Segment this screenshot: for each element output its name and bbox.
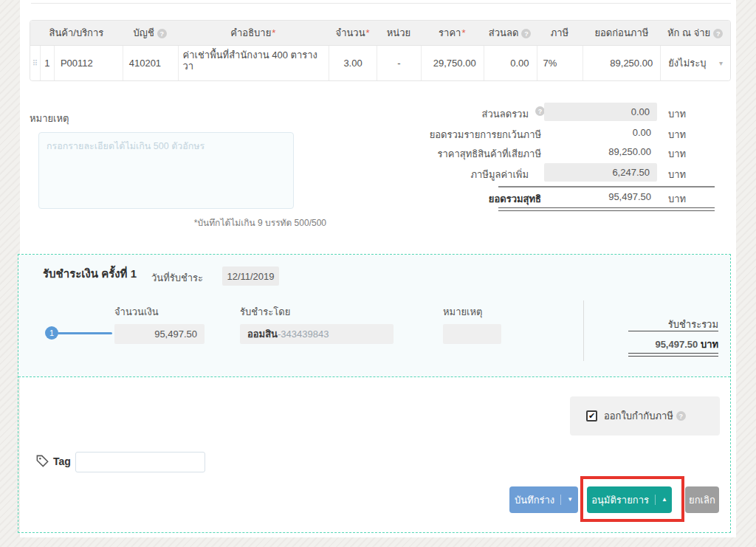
withholding-help-icon[interactable]: ? [713, 29, 723, 38]
withholding-dropdown[interactable]: ยังไม่ระบุ ▾ [660, 46, 730, 80]
header-pretax-amount: ยอดก่อนภาษี [583, 25, 660, 41]
unit-cell[interactable]: - [377, 46, 421, 80]
account-help-icon[interactable]: ? [157, 29, 167, 38]
payment-title: รับชำระเงิน ครั้งที่ 1 [43, 265, 137, 283]
header-discount: ส่วนลด? [484, 25, 537, 41]
price-value: 29,750.00 [433, 58, 476, 69]
payment-date-field[interactable]: 12/11/2019 [222, 266, 279, 286]
currency-unit: บาท [668, 146, 686, 162]
product-code: P00112 [61, 58, 93, 69]
chevron-down-icon: ▾ [719, 59, 723, 67]
tax-exempt-value: 0.00 [544, 127, 651, 138]
invoice-form-page: สินค้า/บริการ บัญชี? คำอธิบาย* จำนวน* หน… [0, 0, 756, 547]
payment-total-value: 95,497.50 บาท [591, 337, 718, 352]
withholding-selected-value: ยังไม่ระบุ [668, 55, 706, 71]
price-cell[interactable]: 29,750.00 [421, 46, 484, 80]
payment-amount-label: จำนวนเงิน [114, 304, 159, 320]
currency-unit: บาท [668, 127, 686, 142]
discount-total-input[interactable] [544, 103, 657, 121]
payment-amount-input[interactable] [114, 324, 205, 344]
tag-input[interactable] [75, 452, 205, 472]
summary-double-line [498, 210, 715, 211]
taxable-net-value: 89,250.00 [544, 146, 651, 157]
discount-help-icon[interactable]: ? [521, 29, 531, 38]
line-items-header-row: สินค้า/บริการ บัญชี? คำอธิบาย* จำนวน* หน… [30, 21, 730, 46]
payment-method-name: ออมสิน [247, 328, 278, 340]
currency-unit: บาท [668, 106, 686, 122]
taxable-net-label: ราคาสุทธิสินค้าที่เสียภาษี [354, 146, 541, 162]
cancel-button[interactable]: ยกเลิก [685, 486, 719, 513]
required-asterisk: * [461, 27, 465, 38]
required-asterisk: * [366, 27, 370, 38]
tax-invoice-label: ออกใบกำกับภาษี [604, 408, 673, 424]
save-draft-label: บันทึกร่าง [515, 492, 554, 508]
payment-method-field[interactable]: ออมสิน-343439843 [240, 324, 394, 344]
header-price-label: ราคา [439, 27, 461, 38]
quantity-value: 3.00 [343, 58, 362, 69]
payment-total-double-line [628, 356, 718, 357]
header-unit-label: หน่วย [387, 27, 410, 38]
pretax-amount-cell: 89,250.00 [583, 46, 660, 80]
header-description-label: คำอธิบาย [230, 27, 271, 38]
tag-icon [35, 454, 49, 468]
drag-handle[interactable]: ⠿ [30, 46, 40, 80]
payment-date-label: วันที่รับชำระ [151, 270, 203, 286]
header-description: คำอธิบาย* [178, 25, 329, 41]
header-account-label: บัญชี [134, 27, 154, 38]
payment-total-label: รับชำระรวม [591, 317, 718, 332]
payment-step-connector [58, 332, 112, 334]
header-discount-label: ส่วนลด [489, 27, 519, 38]
required-asterisk: * [272, 27, 275, 38]
tax-cell[interactable]: 7% [537, 46, 583, 80]
discount-total-label: ส่วนลดรวม [384, 106, 529, 122]
tax-value: 7% [543, 58, 557, 69]
summary-divider [498, 186, 715, 188]
currency-unit: บาท [668, 191, 686, 207]
check-icon: ✔ [588, 411, 595, 421]
description-text: ค่าเช่าพื้นที่สำนักงาน 400 ตารางวา [183, 49, 326, 72]
summary-double-line [498, 207, 715, 208]
row-number-cell: 1 [40, 46, 54, 80]
description-cell[interactable]: ค่าเช่าพื้นที่สำนักงาน 400 ตารางวา [178, 46, 329, 80]
payment-total-amount: 95,497.50 [655, 339, 698, 350]
discount-cell[interactable]: 0.00 [484, 46, 537, 80]
payment-note-input[interactable] [443, 324, 501, 344]
row-number: 1 [44, 58, 49, 69]
chevron-up-icon: ▲ [655, 495, 667, 505]
notes-label: หมายเหตุ [30, 111, 69, 126]
header-product: สินค้า/บริการ [30, 25, 123, 41]
payment-note-label: หมายเหตุ [443, 304, 483, 320]
header-tax: ภาษี [537, 25, 583, 41]
currency-unit: บาท [668, 167, 686, 182]
product-cell[interactable]: P00112 [54, 46, 123, 80]
header-quantity: จำนวน* [329, 25, 377, 41]
tax-invoice-option-panel: ✔ ออกใบกำกับภาษี ? [570, 396, 720, 436]
account-cell[interactable]: 410201 [123, 46, 178, 80]
pretax-amount-value: 89,250.00 [610, 58, 653, 69]
table-row: ⠿ 1 P00112 410201 ค่าเช่าพื้นที่สำนักงาน… [30, 46, 730, 80]
payment-total-double-line [628, 353, 718, 354]
notes-helper-text: *บันทึกได้ไม่เกิน 9 บรรทัด 500/500 [111, 216, 326, 230]
header-tax-label: ภาษี [551, 27, 568, 38]
tax-invoice-checkbox[interactable]: ✔ [586, 410, 597, 422]
grand-total-label: ยอดรวมสุทธิ [354, 191, 541, 207]
header-quantity-label: จำนวน [336, 27, 365, 38]
top-divider [31, 3, 731, 4]
payment-method-label: รับชำระโดย [240, 304, 290, 320]
header-pretax-label: ยอดก่อนภาษี [594, 27, 648, 38]
unit-value: - [397, 58, 400, 69]
vat-input[interactable] [544, 163, 657, 182]
header-account: บัญชี? [123, 25, 178, 41]
payment-date-value: 12/11/2019 [227, 271, 274, 282]
save-draft-button[interactable]: บันทึกร่าง ▼ [509, 486, 578, 513]
approve-button[interactable]: อนุมัติรายการ ▲ [587, 486, 672, 513]
drag-handle-icon: ⠿ [32, 59, 38, 67]
quantity-cell[interactable]: 3.00 [329, 46, 377, 80]
payment-total-unit: บาท [701, 339, 718, 350]
tax-invoice-help-icon[interactable]: ? [676, 411, 686, 421]
cancel-label: ยกเลิก [689, 492, 715, 508]
header-product-label: สินค้า/บริการ [49, 27, 103, 38]
line-items-table: สินค้า/บริการ บัญชี? คำอธิบาย* จำนวน* หน… [30, 20, 731, 81]
notes-textarea[interactable] [38, 132, 294, 209]
approve-label: อนุมัติรายการ [591, 492, 649, 508]
